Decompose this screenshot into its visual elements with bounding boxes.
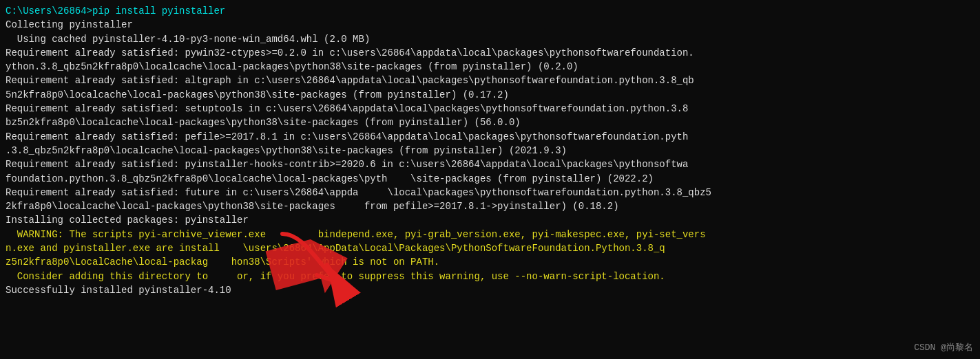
terminal-line-0: C:\Users\26864>pip install pyinstaller — [6, 4, 974, 18]
terminal-line-15: Installing collected packages: pyinstall… — [6, 213, 974, 227]
terminal-line-3: Requirement already satisfied: pywin32-c… — [6, 46, 974, 60]
terminal-line-7: Requirement already satisfied: setuptool… — [6, 102, 974, 116]
terminal-line-10: .3.8_qbz5n2kfra8p0\localcache\local-pack… — [6, 144, 974, 157]
terminal-line-17: n.exe and pyinstaller.exe are install \u… — [6, 241, 974, 255]
terminal-line-4: ython.3.8_qbz5n2kfra8p0\localcache\local… — [6, 60, 974, 74]
terminal-line-5: Requirement already satisfied: altgraph … — [6, 74, 974, 87]
terminal-window: C:\Users\26864>pip install pyinstallerCo… — [0, 0, 980, 359]
terminal-line-11: Requirement already satisfied: pyinstall… — [6, 157, 974, 171]
terminal-line-16: WARNING: The scripts pyi-archive_viewer.… — [6, 228, 974, 241]
watermark: CSDN @尚黎名 — [914, 342, 973, 355]
terminal-line-13: Requirement already satisfied: future in… — [6, 186, 974, 199]
terminal-output: C:\Users\26864>pip install pyinstallerCo… — [6, 4, 974, 297]
terminal-line-2: Using cached pyinstaller-4.10-py3-none-w… — [6, 32, 974, 46]
terminal-line-14: 2kfra8p0\localcache\local-packages\pytho… — [6, 199, 974, 213]
terminal-line-8: bz5n2kfra8p0\localcache\local-packages\p… — [6, 116, 974, 129]
terminal-line-18: z5n2kfra8p0\LocalCache\local-packag hon3… — [6, 255, 974, 269]
terminal-line-20: Successfully installed pyinstaller-4.10 — [6, 283, 974, 297]
terminal-line-1: Collecting pyinstaller — [6, 18, 974, 32]
terminal-line-9: Requirement already satisfied: pefile>=2… — [6, 130, 974, 144]
terminal-line-19: Consider adding this directory to or, if… — [6, 270, 974, 283]
terminal-line-12: foundation.python.3.8_qbz5n2kfra8p0\loca… — [6, 172, 974, 186]
terminal-line-6: 5n2kfra8p0\localcache\local-packages\pyt… — [6, 88, 974, 102]
